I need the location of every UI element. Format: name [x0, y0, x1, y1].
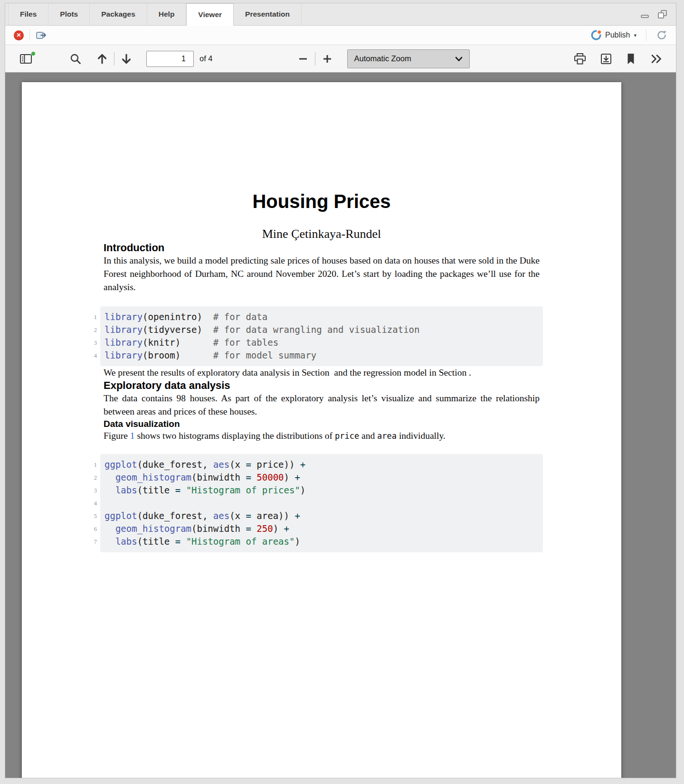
download-button[interactable] — [600, 53, 612, 65]
toolbar-divider — [646, 29, 646, 41]
publish-dropdown-caret-icon: ▾ — [634, 32, 636, 38]
pdf-toolbar-right — [573, 53, 664, 65]
figure-reference-link[interactable]: 1 — [130, 431, 135, 441]
code-line: 2 geom_histogram(binwidth = 50000) + — [104, 471, 543, 484]
document-author: Mine Çetinkaya-Rundel — [104, 227, 540, 242]
tab-presentation[interactable]: Presentation — [234, 3, 302, 25]
code-block-libraries: 1library(openintro) # for data2library(t… — [100, 306, 543, 366]
code-line: 2library(tidyverse) # for data wrangling… — [104, 323, 543, 336]
toolbar-divider — [315, 52, 315, 66]
paragraph-section-refs: We present the results of exploratory da… — [104, 366, 540, 379]
line-number: 6 — [87, 522, 97, 535]
clear-viewer-button[interactable]: ✕ — [14, 30, 24, 40]
tab-files[interactable]: Files — [8, 3, 48, 25]
code-block-histograms: 1ggplot(duke_forest, aes(x = price)) +2 … — [100, 454, 543, 552]
maximize-pane-icon[interactable] — [657, 9, 668, 19]
zoom-select[interactable]: Automatic Zoom — [347, 49, 470, 68]
viewer-toolbar: ✕ Publish ▾ — [5, 26, 676, 45]
chevron-down-icon — [455, 56, 463, 62]
inline-code: area — [377, 431, 397, 441]
code-line: 1ggplot(duke_forest, aes(x = price)) + — [104, 458, 543, 471]
pane-window-controls — [640, 3, 676, 25]
line-number: 4 — [87, 497, 97, 510]
line-number: 3 — [87, 336, 97, 349]
code-line: 1library(openintro) # for data — [104, 311, 543, 323]
pane-tab-bar: Files Plots Packages Help Viewer Present… — [5, 3, 676, 26]
document-title: Housing Prices — [104, 190, 540, 212]
line-number: 2 — [87, 323, 97, 336]
line-number: 2 — [87, 471, 97, 484]
search-button[interactable] — [69, 52, 82, 66]
code-line: 4library(broom) # for model summary — [104, 349, 543, 362]
pdf-toolbar: of 4 Automatic Zoom — [5, 45, 676, 73]
minimize-pane-icon[interactable] — [640, 9, 650, 19]
pdf-viewport[interactable]: Housing Prices Mine Çetinkaya-Rundel Int… — [5, 73, 676, 778]
sidebar-notification-dot — [31, 51, 36, 56]
publish-button[interactable]: Publish ▾ — [591, 29, 667, 41]
open-in-new-window-icon[interactable] — [36, 30, 48, 40]
line-number: 4 — [87, 349, 97, 362]
publish-icon — [591, 30, 601, 40]
more-tools-chevrons-icon[interactable] — [649, 53, 664, 65]
subsection-heading-data-visualization: Data visualization — [104, 418, 540, 429]
page-number-input[interactable] — [146, 51, 194, 67]
toolbar-divider — [114, 52, 114, 66]
line-number: 3 — [87, 484, 97, 497]
paragraph-introduction: In this analysis, we build a model predi… — [104, 254, 540, 294]
print-button[interactable] — [573, 53, 587, 65]
paragraph-eda: The data contains 98 houses. As part of … — [104, 392, 540, 418]
line-number: 1 — [87, 458, 97, 471]
code-line: 4 — [104, 497, 543, 510]
publish-label: Publish — [605, 31, 630, 39]
tab-packages[interactable]: Packages — [90, 3, 147, 25]
bookmark-button[interactable] — [626, 53, 636, 65]
inline-code: price — [335, 431, 359, 441]
zoom-out-button[interactable] — [297, 53, 309, 65]
tab-plots[interactable]: Plots — [48, 3, 90, 25]
code-line: 5ggplot(duke_forest, aes(x = area)) + — [104, 510, 543, 522]
zoom-in-button[interactable] — [322, 53, 333, 65]
toggle-sidebar-button[interactable] — [18, 53, 34, 65]
rstudio-viewer-pane: Files Plots Packages Help Viewer Present… — [5, 3, 676, 778]
tab-viewer[interactable]: Viewer — [186, 3, 234, 26]
line-number: 7 — [87, 535, 97, 548]
line-number: 1 — [87, 311, 97, 323]
next-page-button[interactable] — [120, 52, 133, 66]
pdf-page-1: Housing Prices Mine Çetinkaya-Rundel Int… — [22, 82, 621, 778]
section-heading-introduction: Introduction — [104, 242, 540, 254]
code-line: 3library(knitr) # for tables — [104, 336, 543, 349]
code-line: 6 geom_histogram(binwidth = 250) + — [104, 522, 543, 535]
code-line: 3 labs(title = "Histogram of prices") — [104, 484, 543, 497]
code-line: 7 labs(title = "Histogram of areas") — [104, 535, 543, 548]
previous-page-button[interactable] — [95, 52, 109, 66]
line-number: 5 — [87, 510, 97, 522]
section-heading-eda: Exploratory data analysis — [104, 379, 540, 392]
zoom-select-label: Automatic Zoom — [354, 54, 455, 63]
tab-help[interactable]: Help — [147, 3, 187, 25]
page-count-label: of 4 — [200, 54, 213, 63]
refresh-icon[interactable] — [656, 29, 667, 41]
document-content: Housing Prices Mine Çetinkaya-Rundel Int… — [22, 190, 621, 552]
toolbar-divider — [29, 29, 30, 41]
paragraph-figure-reference: Figure 1 shows two histograms displaying… — [104, 429, 540, 443]
